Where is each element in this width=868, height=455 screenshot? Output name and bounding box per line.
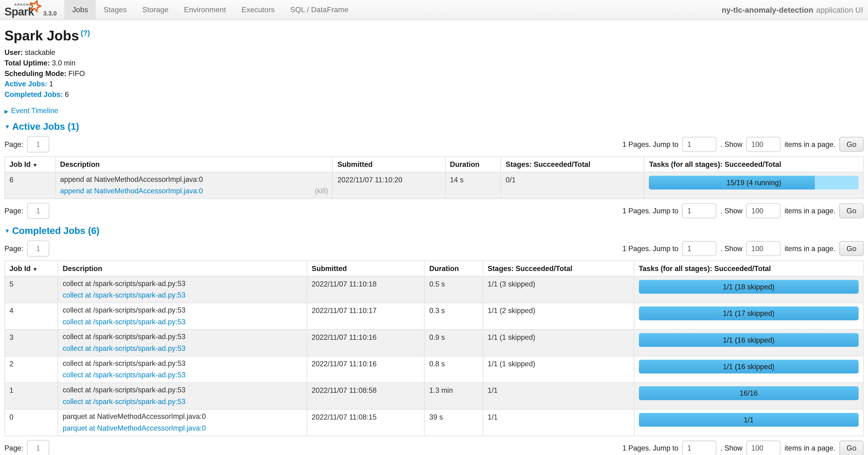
job-duration-cell: 1.3 min [425,383,483,409]
column-header-duration[interactable]: Duration [445,157,501,172]
page-number-input[interactable] [27,136,49,152]
top-navbar: APACHE Spark 3.3.0 Jobs Stages Storage E… [0,0,868,20]
job-submitted-cell: 2022/11/07 11:08:58 [307,383,425,409]
job-description-link[interactable]: collect at /spark-scripts/spark-ad.py:53 [63,398,185,406]
job-stages-cell: 0/1 [501,172,644,199]
event-timeline-toggle[interactable]: ▶Event Timeline [4,106,864,115]
active-jobs-heading[interactable]: ▼Active Jobs (1) [4,121,864,132]
column-header-submitted[interactable]: Submitted [333,157,445,172]
job-tasks-cell: 1/1 (16 skipped) [634,356,863,382]
tasks-progress-label: 1/1 (17 skipped) [639,307,859,320]
job-id-cell: 2 [5,356,58,382]
jump-to-page-input[interactable] [682,441,717,455]
application-ui-suffix: application UI [816,5,863,14]
items-per-page-input[interactable] [746,441,781,455]
go-button[interactable]: Go [839,137,864,152]
page-label: Page: [4,140,23,148]
items-per-page-input[interactable] [746,241,781,256]
job-submitted-cell: 2022/11/07 11:10:18 [307,276,425,303]
pages-jump-text: 1 Pages. Jump to [622,444,678,452]
tasks-progress-label: 15/19 (4 running) [649,176,859,190]
application-name: ny-tlc-anomaly-detection [721,5,813,14]
tab-sql-dataframe[interactable]: SQL / DataFrame [282,0,356,20]
kill-link[interactable]: (kill) [315,187,328,195]
show-text: . Show [720,444,743,452]
column-header-stages[interactable]: Stages: Succeeded/Total [501,157,644,172]
table-header-row: Job Id ▼ Description Submitted Duration … [5,157,863,172]
column-header-description[interactable]: Description [55,157,333,172]
job-id-cell: 5 [5,276,58,303]
page-number-input[interactable] [27,240,49,256]
expanded-arrow-icon: ▼ [4,228,10,234]
tasks-progress-bar: 1/1 (18 skipped) [639,280,859,294]
active-job-row: 6 append at NativeMethodAccessorImpl.jav… [5,172,863,199]
column-header-duration[interactable]: Duration [425,261,483,276]
go-button[interactable]: Go [839,241,864,256]
table-header-row: Job Id ▼ Description Submitted Duration … [5,261,863,276]
active-jobs-link[interactable]: Active Jobs: [4,80,48,88]
active-jobs-table: Job Id ▼ Description Submitted Duration … [4,156,864,199]
column-header-description[interactable]: Description [58,261,307,276]
job-stages-cell: 1/1 [483,383,634,409]
expanded-arrow-icon: ▼ [4,124,10,130]
job-description-link[interactable]: collect at /spark-scripts/spark-ad.py:53 [63,318,185,326]
tab-stages[interactable]: Stages [96,0,134,20]
jump-to-page-input[interactable] [682,241,717,256]
job-description-text: collect at /spark-scripts/spark-ad.py:53 [63,386,302,394]
column-header-stages[interactable]: Stages: Succeeded/Total [483,261,634,276]
spark-version: 3.3.0 [43,10,57,17]
items-per-page-input[interactable] [746,137,781,152]
go-button[interactable]: Go [839,203,864,219]
job-description-link[interactable]: collect at /spark-scripts/spark-ad.py:53 [63,371,185,379]
tab-storage[interactable]: Storage [134,0,176,20]
completed-jobs-heading-label: Completed Jobs (6) [12,226,100,236]
tab-executors[interactable]: Executors [234,0,282,20]
user-value: stackable [25,48,55,56]
tasks-progress-bar: 1/1 (16 skipped) [639,360,859,374]
job-id-cell: 0 [5,409,58,436]
job-submitted-cell: 2022/11/07 11:08:15 [307,409,425,436]
event-timeline-label: Event Timeline [11,106,58,115]
completed-jobs-heading[interactable]: ▼Completed Jobs (6) [4,226,864,236]
column-header-tasks[interactable]: Tasks (for all stages): Succeeded/Total [634,261,863,276]
job-description-cell: append at NativeMethodAccessorImpl.java:… [55,172,333,199]
completed-jobs-link[interactable]: Completed Jobs: [4,90,63,98]
job-duration-cell: 0.3 s [425,303,483,330]
tab-jobs[interactable]: Jobs [64,0,96,20]
job-description-text: collect at /spark-scripts/spark-ad.py:53 [63,280,302,288]
job-duration-cell: 0.5 s [425,276,483,303]
job-stages-cell: 1/1 (2 skipped) [483,303,634,330]
show-text: . Show [720,140,743,148]
job-description-link[interactable]: collect at /spark-scripts/spark-ad.py:53 [63,345,185,352]
go-button[interactable]: Go [839,441,864,455]
application-title: ny-tlc-anomaly-detection application UI [721,0,868,20]
job-submitted-cell: 2022/11/07 11:10:16 [307,330,425,356]
column-header-submitted[interactable]: Submitted [307,261,425,276]
summary-completed-jobs: Completed Jobs: 6 [4,91,864,98]
tasks-progress-bar: 1/1 (17 skipped) [639,307,859,320]
items-text: items in a page. [784,140,835,148]
job-description-text: collect at /spark-scripts/spark-ad.py:53 [63,360,302,367]
job-description-link[interactable]: collect at /spark-scripts/spark-ad.py:53 [63,291,185,299]
tab-environment[interactable]: Environment [176,0,234,20]
sort-desc-icon: ▼ [33,266,37,272]
items-per-page-input[interactable] [746,203,781,219]
job-description-cell: collect at /spark-scripts/spark-ad.py:53… [58,383,307,409]
page-number-input[interactable] [27,203,49,219]
summary-user: User: stackable [4,49,864,57]
spark-brand[interactable]: APACHE Spark 3.3.0 [0,0,59,20]
job-submitted-cell: 2022/11/07 11:10:17 [307,303,425,330]
job-duration-cell: 0.9 s [425,330,483,356]
jump-to-page-input[interactable] [682,137,717,152]
column-header-job-id[interactable]: Job Id ▼ [5,261,58,276]
nav-tabs: Jobs Stages Storage Environment Executor… [64,0,356,20]
show-text: . Show [720,207,743,215]
jump-to-page-input[interactable] [682,203,717,219]
column-header-tasks[interactable]: Tasks (for all stages): Succeeded/Total [644,157,863,172]
job-description-cell: collect at /spark-scripts/spark-ad.py:53… [58,276,307,303]
column-header-job-id[interactable]: Job Id ▼ [5,157,55,172]
job-description-link[interactable]: append at NativeMethodAccessorImpl.java:… [60,187,203,195]
help-link[interactable]: (?) [81,29,90,37]
job-description-link[interactable]: parquet at NativeMethodAccessorImpl.java… [63,425,206,432]
page-number-input[interactable] [27,440,49,455]
